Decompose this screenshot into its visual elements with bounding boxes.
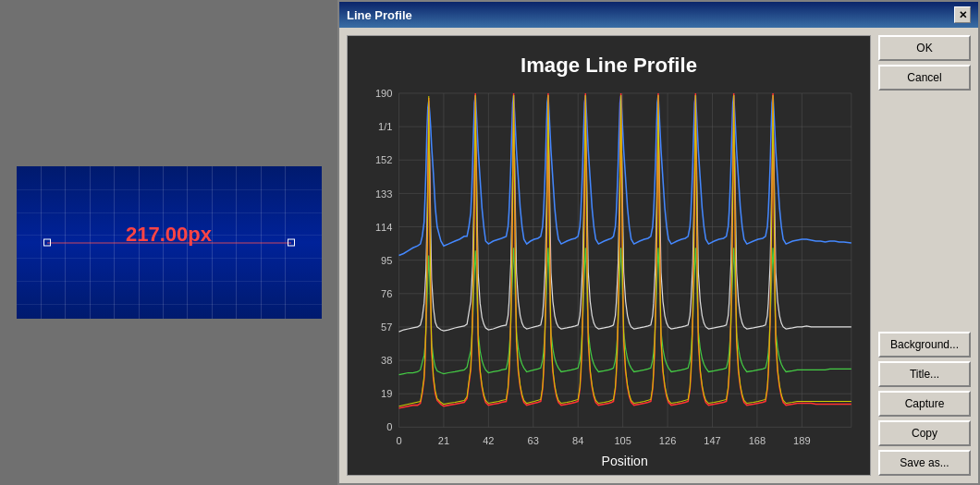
svg-text:152: 152 bbox=[375, 154, 393, 165]
line-profile-dialog: Line Profile ✕ Image Line Profile bbox=[337, 0, 980, 485]
svg-text:84: 84 bbox=[572, 435, 583, 446]
cancel-button[interactable]: Cancel bbox=[878, 65, 971, 91]
title-button[interactable]: Title... bbox=[878, 361, 971, 387]
measurement-label: 217.00px bbox=[126, 222, 212, 246]
dialog-titlebar: Line Profile ✕ bbox=[339, 2, 978, 28]
svg-text:42: 42 bbox=[483, 435, 494, 446]
measure-handle-right[interactable] bbox=[288, 238, 295, 246]
svg-text:95: 95 bbox=[381, 255, 392, 266]
image-container: 217.00px bbox=[17, 166, 322, 319]
measurement-line: 217.00px bbox=[47, 242, 291, 243]
svg-text:38: 38 bbox=[381, 355, 392, 366]
svg-text:114: 114 bbox=[375, 222, 393, 233]
save-as-button[interactable]: Save as... bbox=[878, 450, 971, 476]
measure-handle-left[interactable] bbox=[43, 238, 51, 246]
svg-text:63: 63 bbox=[528, 435, 539, 446]
svg-text:76: 76 bbox=[381, 288, 392, 299]
capture-button[interactable]: Capture bbox=[878, 391, 971, 417]
svg-text:190: 190 bbox=[375, 88, 393, 99]
dialog-body: Image Line Profile bbox=[339, 28, 978, 483]
chart-area: Image Line Profile bbox=[347, 35, 871, 476]
svg-text:Position: Position bbox=[602, 454, 648, 468]
svg-text:189: 189 bbox=[793, 435, 811, 446]
background-button[interactable]: Background... bbox=[878, 332, 971, 358]
svg-text:133: 133 bbox=[375, 188, 393, 199]
svg-text:0: 0 bbox=[386, 421, 392, 432]
svg-text:21: 21 bbox=[438, 435, 449, 446]
svg-text:168: 168 bbox=[749, 435, 766, 446]
svg-text:0: 0 bbox=[396, 435, 401, 446]
left-panel: 217.00px bbox=[0, 0, 337, 485]
copy-button[interactable]: Copy bbox=[878, 420, 971, 446]
svg-text:1/1: 1/1 bbox=[378, 121, 392, 132]
svg-text:57: 57 bbox=[381, 321, 392, 333]
svg-text:19: 19 bbox=[381, 388, 392, 399]
solar-panel-image: 217.00px bbox=[17, 166, 322, 319]
chart-svg: Image Line Profile bbox=[348, 36, 870, 475]
svg-text:126: 126 bbox=[659, 435, 677, 446]
svg-text:147: 147 bbox=[704, 435, 721, 446]
buttons-panel: OK Cancel Background... Title... Capture… bbox=[878, 35, 971, 476]
dialog-title: Line Profile bbox=[347, 8, 412, 22]
svg-text:Image Line Profile: Image Line Profile bbox=[521, 54, 697, 77]
svg-text:105: 105 bbox=[614, 435, 631, 446]
ok-button[interactable]: OK bbox=[878, 35, 971, 61]
close-button[interactable]: ✕ bbox=[954, 6, 971, 23]
